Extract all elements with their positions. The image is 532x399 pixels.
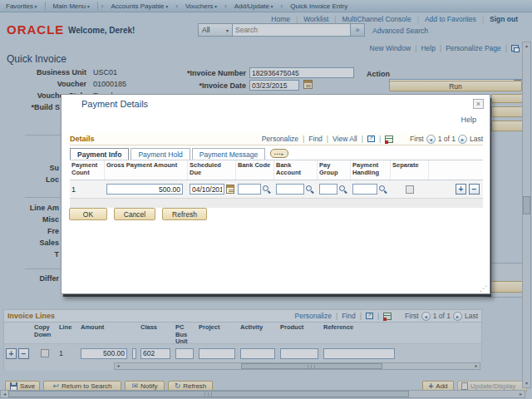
next-row-icon[interactable]: ▸: [458, 135, 467, 144]
column-payment-handling: Payment Handling: [351, 160, 391, 180]
modal-view-all-link[interactable]: View All: [332, 135, 357, 143]
pay-group-lookup-icon[interactable]: [339, 185, 347, 194]
payment-count-value: 1: [70, 185, 105, 194]
show-all-columns-icon[interactable]: [270, 149, 288, 158]
column-scheduled-due: Scheduled Due: [188, 160, 236, 180]
refresh-button[interactable]: Refresh: [162, 208, 207, 220]
details-title: Details: [70, 135, 95, 143]
payment-tabs: Payment Info Payment Hold Payment Messag…: [70, 147, 288, 160]
column-bank-code: Bank Code: [236, 160, 274, 180]
bank-account-lookup-icon[interactable]: [306, 185, 314, 194]
separate-checkbox[interactable]: [406, 185, 414, 194]
resize-handle[interactable]: ⋰: [480, 284, 488, 293]
column-gross-payment-amount: Gross Payment Amount: [105, 160, 188, 180]
pagination-current: 1 of 1: [438, 135, 456, 143]
pagination-first-label[interactable]: First: [410, 135, 424, 143]
modal-buttons: OK Cancel Refresh: [69, 208, 207, 220]
modal-personalize-link[interactable]: Personalize: [262, 135, 298, 143]
tab-payment-hold[interactable]: Payment Hold: [131, 148, 190, 160]
scheduled-due-input[interactable]: [190, 184, 224, 195]
payment-grid-headers: Payment Count Gross Payment Amount Sched…: [70, 160, 483, 180]
payment-handling-input[interactable]: [352, 184, 377, 195]
column-bank-account: Bank Account: [274, 160, 318, 180]
gross-payment-amount-input[interactable]: [106, 184, 183, 195]
zoom-grid-icon[interactable]: [367, 135, 375, 142]
details-section-bar: Details Personalize| Find| View All| | F…: [70, 133, 483, 145]
previous-row-icon[interactable]: ◂: [426, 135, 436, 144]
modal-title: Payment Details: [81, 99, 148, 109]
download-grid-icon[interactable]: [385, 135, 393, 143]
scheduled-due-calendar-icon[interactable]: [226, 185, 234, 194]
close-icon[interactable]: ×: [473, 99, 484, 109]
tab-payment-info[interactable]: Payment Info: [70, 148, 129, 160]
bank-account-input[interactable]: [276, 184, 304, 195]
grid-footer: [70, 199, 483, 208]
tab-payment-message[interactable]: Payment Message: [192, 148, 265, 160]
payment-details-modal: Payment Details × Help Details Personali…: [61, 94, 490, 294]
ok-button[interactable]: OK: [69, 208, 107, 220]
column-payment-count: Payment Count: [70, 160, 105, 180]
column-separate: Separate: [391, 160, 429, 180]
bank-code-lookup-icon[interactable]: [263, 185, 271, 194]
payment-row: 1 +: [70, 180, 483, 199]
column-pay-group: Pay Group: [318, 160, 351, 180]
quick-invoice-screen: Favorites Main Menu › Accounts Payable ›…: [0, 0, 532, 399]
cancel-button[interactable]: Cancel: [114, 208, 155, 220]
pagination-last-label[interactable]: Last: [470, 135, 483, 143]
bank-code-input[interactable]: [238, 184, 261, 195]
pay-group-input[interactable]: [319, 184, 337, 195]
add-row-button[interactable]: +: [456, 184, 466, 195]
modal-find-link[interactable]: Find: [308, 135, 323, 143]
modal-help-link[interactable]: Help: [461, 116, 476, 124]
delete-row-button[interactable]: −: [469, 184, 480, 195]
payment-handling-lookup-icon[interactable]: [379, 185, 387, 194]
